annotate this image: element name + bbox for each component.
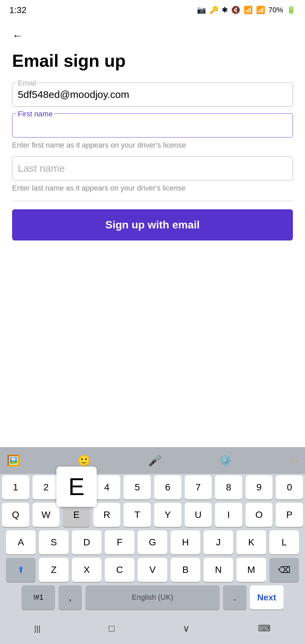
page-title: Email sign up bbox=[12, 51, 293, 70]
first-name-input[interactable] bbox=[18, 117, 287, 134]
key-9[interactable]: 9 bbox=[246, 475, 273, 499]
nav-lines-icon[interactable]: ||| bbox=[24, 621, 51, 637]
key-icon: 🔑 bbox=[209, 6, 218, 14]
battery-text: 70% bbox=[268, 6, 283, 14]
nav-keyboard-icon[interactable]: ⌨ bbox=[248, 620, 281, 637]
key-2[interactable]: 2 bbox=[33, 475, 60, 499]
more-icon[interactable]: ··· bbox=[289, 454, 298, 467]
key-o[interactable]: O bbox=[246, 503, 273, 527]
key-h[interactable]: H bbox=[171, 530, 200, 554]
first-name-hint: Enter first name as it appears on your d… bbox=[12, 141, 293, 150]
email-field-wrapper: Email bbox=[12, 83, 293, 107]
status-time: 1:32 bbox=[9, 5, 27, 15]
first-name-field-wrapper: First name bbox=[12, 113, 293, 138]
special-key[interactable]: !#1 bbox=[21, 585, 55, 609]
delete-key[interactable]: ⌫ bbox=[269, 558, 299, 582]
last-name-input[interactable] bbox=[18, 160, 287, 177]
zxcv-row: ⬆ Z X C V B N M ⌫ bbox=[2, 558, 303, 582]
key-7[interactable]: 7 bbox=[185, 475, 212, 499]
email-input[interactable] bbox=[18, 86, 287, 103]
back-arrow-icon: ← bbox=[12, 30, 23, 42]
main-content: ← Email sign up Email First name Enter f… bbox=[0, 20, 305, 251]
key-l[interactable]: L bbox=[269, 530, 299, 554]
key-m[interactable]: M bbox=[236, 558, 266, 582]
period-key[interactable]: . bbox=[223, 585, 247, 609]
next-key[interactable]: Next bbox=[250, 585, 284, 609]
key-z[interactable]: Z bbox=[39, 558, 69, 582]
key-c[interactable]: C bbox=[105, 558, 134, 582]
status-bar: 1:32 📷 🔑 ✱ 🔇 📶 📶 70% 🔋 bbox=[0, 0, 305, 20]
keyboard: 🖼️ 🙂 🎤 ⚙️ ··· 1 2 3 4 5 6 7 8 9 0 Q W bbox=[0, 447, 305, 644]
key-q[interactable]: Q bbox=[2, 503, 29, 527]
nav-back-icon[interactable]: ∨ bbox=[173, 620, 200, 637]
bottom-row: !#1 , English (UK) . Next bbox=[2, 585, 303, 609]
key-e-container: E E bbox=[63, 503, 90, 527]
key-s[interactable]: S bbox=[39, 530, 69, 554]
nav-home-icon[interactable]: □ bbox=[99, 620, 125, 637]
key-f[interactable]: F bbox=[105, 530, 134, 554]
divider bbox=[12, 201, 293, 201]
bluetooth-icon: ✱ bbox=[222, 6, 228, 14]
nav-bar: ||| □ ∨ ⌨ bbox=[0, 615, 305, 644]
last-name-field-wrapper bbox=[12, 156, 293, 180]
key-b[interactable]: B bbox=[171, 558, 200, 582]
back-button[interactable]: ← bbox=[12, 27, 23, 45]
e-popup: E bbox=[56, 467, 97, 507]
key-6[interactable]: 6 bbox=[154, 475, 181, 499]
key-p[interactable]: P bbox=[276, 503, 303, 527]
key-0[interactable]: 0 bbox=[276, 475, 303, 499]
emoji-icon[interactable]: 🙂 bbox=[77, 454, 91, 467]
key-1[interactable]: 1 bbox=[2, 475, 29, 499]
asdf-row: A S D F G H J K L bbox=[2, 530, 303, 554]
key-g[interactable]: G bbox=[138, 530, 167, 554]
email-label: Email bbox=[16, 79, 38, 88]
battery-icon: 🔋 bbox=[287, 6, 296, 14]
status-icons: 📷 🔑 ✱ 🔇 📶 📶 70% 🔋 bbox=[197, 6, 296, 14]
mic-icon[interactable]: 🎤 bbox=[148, 454, 162, 467]
key-j[interactable]: J bbox=[204, 530, 233, 554]
mute-icon: 🔇 bbox=[231, 6, 240, 14]
signal-icon: 📶 bbox=[256, 6, 265, 14]
key-w[interactable]: W bbox=[33, 503, 60, 527]
signup-button[interactable]: Sign up with email bbox=[12, 209, 293, 240]
camera-icon: 📷 bbox=[197, 6, 206, 14]
key-u[interactable]: U bbox=[185, 503, 212, 527]
number-row: 1 2 3 4 5 6 7 8 9 0 bbox=[2, 475, 303, 499]
last-name-field-group: Enter last name as it appears on your dr… bbox=[12, 156, 293, 193]
key-4[interactable]: 4 bbox=[93, 475, 121, 499]
key-n[interactable]: N bbox=[204, 558, 233, 582]
shift-key[interactable]: ⬆ bbox=[6, 558, 36, 582]
first-name-label: First name bbox=[16, 110, 54, 118]
wifi-icon: 📶 bbox=[244, 6, 253, 14]
comma-key[interactable]: , bbox=[58, 585, 82, 609]
qwerty-row: Q W E E R T Y U I O P bbox=[2, 503, 303, 527]
key-a[interactable]: A bbox=[6, 530, 36, 554]
key-i[interactable]: I bbox=[215, 503, 242, 527]
key-k[interactable]: K bbox=[236, 530, 266, 554]
key-8[interactable]: 8 bbox=[215, 475, 242, 499]
email-field-group: Email bbox=[12, 83, 293, 107]
key-5[interactable]: 5 bbox=[124, 475, 151, 499]
keyboard-rows: 1 2 3 4 5 6 7 8 9 0 Q W E E R T Y U I O bbox=[0, 474, 305, 615]
key-y[interactable]: Y bbox=[154, 503, 181, 527]
key-x[interactable]: X bbox=[72, 558, 101, 582]
keyboard-toolbar: 🖼️ 🙂 🎤 ⚙️ ··· bbox=[0, 447, 305, 474]
settings-icon[interactable]: ⚙️ bbox=[219, 454, 232, 467]
last-name-hint: Enter last name as it appears on your dr… bbox=[12, 184, 293, 193]
key-r[interactable]: R bbox=[93, 503, 121, 527]
sticker-icon[interactable]: 🖼️ bbox=[7, 454, 20, 467]
key-d[interactable]: D bbox=[72, 530, 101, 554]
space-key[interactable]: English (UK) bbox=[85, 585, 220, 609]
key-t[interactable]: T bbox=[124, 503, 151, 527]
key-v[interactable]: V bbox=[138, 558, 167, 582]
first-name-field-group: First name Enter first name as it appear… bbox=[12, 113, 293, 150]
